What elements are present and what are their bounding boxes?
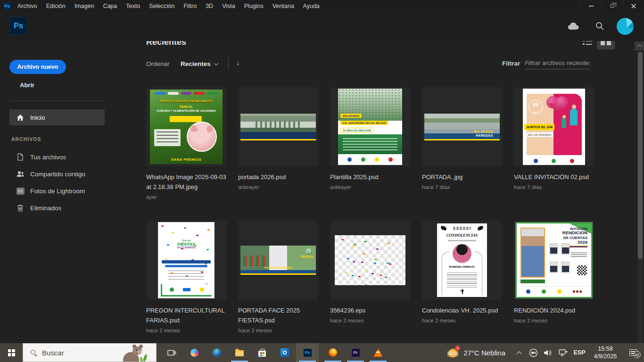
sidebar-item-label: Inicio bbox=[30, 114, 45, 121]
taskbar-search-box[interactable]: Buscar bbox=[23, 343, 157, 362]
filter-input[interactable] bbox=[525, 57, 590, 69]
recent-file-cell: Vive las FIESTAS VALLE HERMOSO PREGON IN… bbox=[146, 221, 226, 354]
tray-time: 15:58 bbox=[594, 345, 617, 353]
window-controls bbox=[580, 0, 644, 12]
edge-icon bbox=[213, 348, 221, 357]
menu-3d[interactable]: 3D bbox=[206, 3, 213, 9]
recent-file-card[interactable]: Vive las FIESTAS VALLE HERMOSO bbox=[146, 221, 226, 300]
taskbar-app-microsoft-store[interactable] bbox=[251, 343, 273, 362]
vlc-icon bbox=[374, 349, 382, 355]
sort-dropdown[interactable]: Recientes bbox=[181, 60, 218, 67]
scrollbar[interactable] bbox=[637, 52, 643, 343]
recent-file-card[interactable]: ¡FELICIDADES! U.E. SAN PEDRO DE V.H. EN … bbox=[330, 87, 410, 166]
clock[interactable]: 15:58 4/9/2025 bbox=[588, 343, 622, 362]
close-button[interactable] bbox=[623, 0, 644, 12]
file-time: hace 2 meses bbox=[330, 318, 410, 323]
photoshop-logo: Ps bbox=[9, 17, 27, 35]
pig-photo bbox=[187, 122, 217, 152]
taskbar-app-copilot[interactable] bbox=[183, 343, 206, 362]
file-time: hace 2 meses bbox=[238, 328, 318, 333]
open-button[interactable]: Abrir bbox=[20, 82, 34, 89]
account-avatar[interactable] bbox=[617, 18, 634, 35]
menu-seleccion[interactable]: Selección bbox=[149, 3, 174, 9]
chevron-up-icon bbox=[516, 351, 521, 356]
taskbar-app-photoshop[interactable]: Ps bbox=[296, 343, 319, 362]
menu-edicion[interactable]: Edición bbox=[46, 3, 66, 9]
menu-bar: Archivo Edición Imagen Capa Texto Selecc… bbox=[17, 3, 320, 9]
menu-capa[interactable]: Capa bbox=[103, 3, 117, 9]
cloud-sync-icon[interactable] bbox=[567, 22, 580, 32]
language-indicator[interactable]: ESP bbox=[570, 343, 588, 362]
recent-file-card[interactable]: 25 FIESTAS PATRICIO PAREDES bbox=[238, 221, 318, 300]
recent-file-card[interactable]: MSC. PATRICIO PAREDES bbox=[422, 87, 502, 166]
taskbar-app-file-explorer[interactable] bbox=[228, 343, 251, 362]
minimize-button[interactable] bbox=[580, 0, 602, 12]
recent-file-cell: MSC. PATRICIO PAREDES PORTADA..jpg hace … bbox=[422, 87, 502, 221]
recent-file-card[interactable] bbox=[330, 221, 410, 300]
sidebar-section-archivos: ARCHIVOS bbox=[11, 136, 41, 142]
recent-file-card[interactable] bbox=[238, 87, 318, 166]
sidebar-item-lightroom[interactable]: Lr Fotos de Lightroom bbox=[9, 184, 105, 198]
taskbar-app-vlc[interactable] bbox=[367, 343, 389, 362]
recent-file-card[interactable]: CONDOLENCIAS RAMONA ORMAZA bbox=[422, 221, 502, 300]
home-icon bbox=[16, 114, 25, 121]
file-time: anteayer bbox=[330, 184, 410, 190]
menu-plugins[interactable]: Plugins bbox=[244, 3, 264, 9]
weather-widget[interactable]: 1 27°C Neblina bbox=[448, 343, 512, 362]
dove-icon bbox=[477, 226, 483, 230]
menu-ventana[interactable]: Ventana bbox=[272, 3, 294, 9]
menu-ayuda[interactable]: Ayuda bbox=[303, 3, 320, 9]
taskbar-app-firefox[interactable] bbox=[322, 343, 344, 362]
scroll-up-arrow[interactable] bbox=[635, 41, 644, 50]
document-icon bbox=[16, 153, 25, 161]
title-bar: Ps Archivo Edición Imagen Capa Texto Sel… bbox=[0, 0, 644, 12]
taskbar-app-premiere[interactable]: Pr bbox=[344, 343, 367, 362]
file-thumbnail bbox=[240, 114, 316, 140]
file-name: PORTADA FACE 2025 FIESTAS.psd bbox=[238, 306, 318, 326]
meet-now-button[interactable] bbox=[526, 343, 540, 362]
sidebar-item-eliminados[interactable]: Eliminados bbox=[9, 201, 105, 215]
list-view-toggle[interactable] bbox=[583, 40, 592, 48]
photoshop-titlebar-icon: Ps bbox=[3, 2, 11, 10]
recent-files-grid: PROTOCOLOS ESENCIALES PARA EL CUIDADO Y … bbox=[146, 87, 594, 354]
menu-archivo[interactable]: Archivo bbox=[17, 3, 37, 9]
file-thumbnail: Vive las FIESTAS VALLE HERMOSO bbox=[158, 222, 215, 298]
photoshop-icon: Ps bbox=[303, 348, 312, 357]
trash-icon bbox=[16, 204, 25, 212]
file-name: 3564236.eps bbox=[330, 306, 410, 316]
file-thumbnail: INVITACIÓN RENDICIÓN DE CUENTAS 2024 bbox=[515, 222, 593, 298]
new-file-button[interactable]: Archivo nuevo bbox=[9, 60, 66, 74]
network-button[interactable] bbox=[555, 343, 570, 362]
menu-imagen[interactable]: Imagen bbox=[74, 3, 94, 9]
sort-direction-button[interactable]: ↓ bbox=[236, 58, 240, 66]
scrollbar-thumb[interactable] bbox=[638, 52, 643, 259]
sidebar-item-compartido[interactable]: Compartido contigo bbox=[9, 167, 105, 181]
weather-condition: Neblina bbox=[481, 349, 505, 357]
volume-button[interactable] bbox=[540, 343, 555, 362]
menu-filtro[interactable]: Filtro bbox=[183, 3, 197, 9]
sidebar-item-tus-archivos[interactable]: Tus archivos bbox=[9, 150, 105, 164]
recent-file-cell: 25 FIESTAS PATRICIO PAREDES PORTADA FACE… bbox=[238, 221, 318, 354]
taskbar-app-outlook[interactable]: O bbox=[273, 343, 296, 362]
menu-vista[interactable]: Vista bbox=[222, 3, 235, 9]
sidebar-item-label: Eliminados bbox=[30, 205, 61, 212]
recent-file-card[interactable]: INVITACIÓN RENDICIÓN DE CUENTAS 2024 bbox=[514, 221, 594, 300]
task-view-button[interactable] bbox=[160, 343, 183, 362]
recent-file-card[interactable]: PROTOCOLOS ESENCIALES PARA EL CUIDADO Y … bbox=[146, 87, 226, 166]
dove-icon bbox=[440, 226, 446, 230]
taskbar-app-edge[interactable] bbox=[206, 343, 228, 362]
recent-file-card[interactable]: 09MAYO JUNTOS EL DÍA DE LAS MADRES! bbox=[514, 87, 594, 166]
recent-file-cell: CONDOLENCIAS RAMONA ORMAZA Condolencias … bbox=[422, 221, 502, 354]
search-highlight-bear-image[interactable] bbox=[123, 346, 144, 362]
restore-button[interactable] bbox=[602, 0, 623, 12]
sidebar-divider bbox=[9, 100, 105, 101]
file-thumbnail: MSC. PATRICIO PAREDES bbox=[424, 114, 500, 140]
menu-texto[interactable]: Texto bbox=[126, 3, 140, 9]
start-button[interactable] bbox=[0, 343, 23, 362]
tray-overflow-button[interactable] bbox=[512, 343, 526, 362]
file-time: hace 2 meses bbox=[422, 318, 502, 323]
search-icon[interactable] bbox=[595, 21, 604, 33]
sidebar-item-inicio[interactable]: Inicio bbox=[9, 109, 105, 125]
notification-center-button[interactable]: 42 bbox=[622, 343, 644, 362]
sidebar-item-label: Compartido contigo bbox=[30, 171, 85, 178]
